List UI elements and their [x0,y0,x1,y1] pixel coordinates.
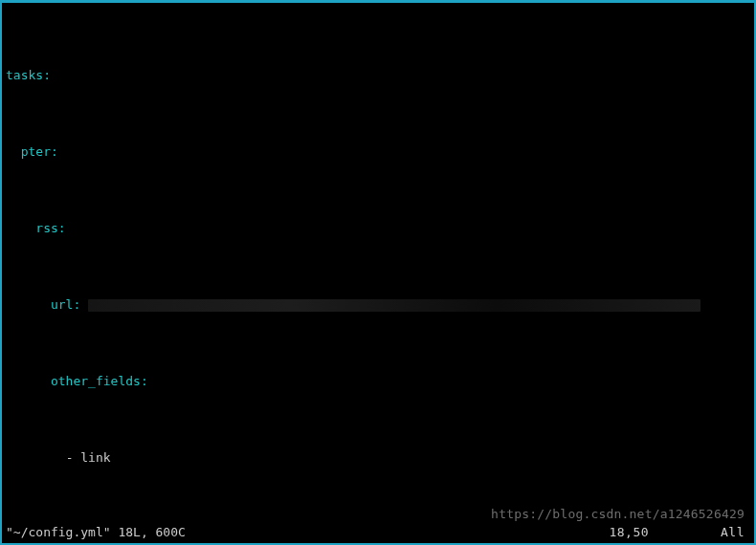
status-cursor-pos: 18,50 [609,525,649,539]
yaml-line: - link [6,450,750,466]
watermark-text: https://blog.csdn.net/a1246526429 [491,507,745,522]
terminal-window: tasks: pter: rss: url: other_fields: - l… [0,0,756,545]
yaml-line: tasks: [6,68,750,83]
yaml-key: rss [35,221,57,235]
yaml-key: pter [21,144,51,159]
yaml-value: link [80,450,110,465]
yaml-line: url: [6,297,750,313]
yaml-key: tasks [6,68,43,82]
yaml-key: other_fields [51,374,141,388]
yaml-line: other_fields: [6,374,750,389]
yaml-line: rss: [6,221,750,236]
status-right: 18,50 All [609,525,745,540]
vim-editor[interactable]: tasks: pter: rss: url: other_fields: - l… [6,7,750,524]
vim-statusbar: "~/config.yml" 18L, 600C 18,50 All [6,525,750,540]
yaml-key: url [51,297,73,312]
status-scroll: All [721,525,745,539]
redacted-value-icon [88,299,700,312]
yaml-line: pter: [6,144,750,160]
status-filename: "~/config.yml" 18L, 600C [6,525,186,540]
